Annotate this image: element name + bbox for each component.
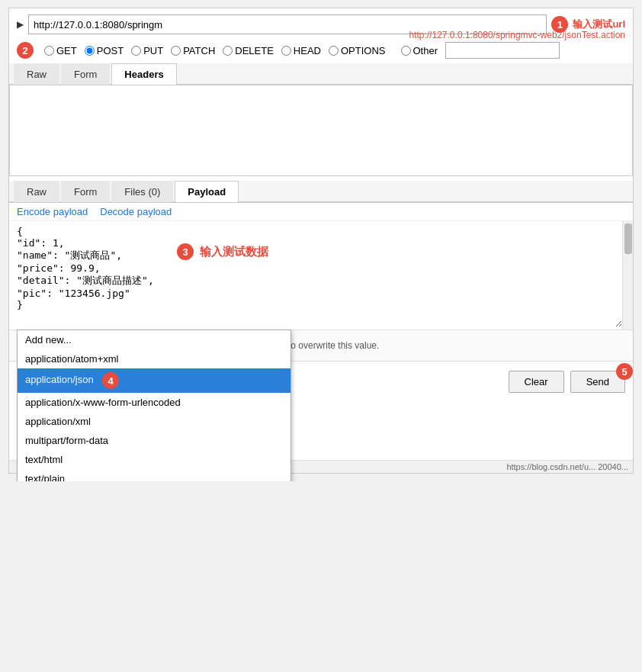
content-type-section: application/json Add new... application/… bbox=[9, 330, 633, 361]
method-row: 2 GET POST PUT PATCH DELETE HEAD OPTIONS… bbox=[9, 37, 633, 63]
method-head-label: HEAD bbox=[294, 45, 321, 56]
dropdown-add-new[interactable]: Add new... bbox=[18, 330, 291, 349]
other-method-input[interactable] bbox=[445, 42, 560, 59]
annotation-5: 5 bbox=[616, 363, 633, 380]
method-head-radio[interactable] bbox=[281, 46, 291, 56]
dropdown-html[interactable]: text/html bbox=[18, 450, 291, 469]
bottom-buttons: Clear Send 5 bbox=[509, 371, 625, 393]
url-example: http://127.0.0.1:8080/springmvc-web2/jso… bbox=[409, 30, 626, 40]
payload-scrollbar[interactable] bbox=[622, 220, 633, 330]
method-delete-label: DELETE bbox=[235, 45, 274, 56]
method-head[interactable]: HEAD bbox=[281, 45, 321, 56]
method-get-label: GET bbox=[56, 45, 77, 56]
dropdown-json[interactable]: application/json 4 bbox=[18, 368, 291, 393]
main-container: ▶ 1 输入测试url http://127.0.0.1:8080/spring… bbox=[8, 8, 634, 474]
request-tab-bar: Raw Form Headers bbox=[9, 63, 633, 85]
annotation-2: 2 bbox=[17, 42, 34, 59]
method-post-radio[interactable] bbox=[85, 46, 95, 56]
method-options-radio[interactable] bbox=[329, 46, 339, 56]
method-other[interactable]: Other bbox=[401, 45, 438, 56]
method-post-label: POST bbox=[97, 45, 124, 56]
method-put-radio[interactable] bbox=[131, 46, 141, 56]
tab-payload-form[interactable]: Form bbox=[61, 181, 110, 202]
annotation-4: 4 bbox=[102, 372, 119, 389]
method-options-label: OPTIONS bbox=[341, 45, 386, 56]
expand-arrow-icon[interactable]: ▶ bbox=[17, 19, 24, 30]
method-patch-radio[interactable] bbox=[171, 46, 181, 56]
headers-content-area[interactable] bbox=[9, 85, 633, 176]
payload-textarea[interactable]: { "id": 1, "name": "测试商品", "price": 99.9… bbox=[9, 220, 622, 327]
method-patch-label: PATCH bbox=[183, 45, 215, 56]
clear-button[interactable]: Clear bbox=[509, 371, 564, 393]
method-delete[interactable]: DELETE bbox=[223, 45, 274, 56]
method-put[interactable]: PUT bbox=[131, 45, 163, 56]
encode-payload-link[interactable]: Encode payload bbox=[17, 206, 88, 217]
dropdown-urlencoded[interactable]: application/x-www-form-urlencoded bbox=[18, 393, 291, 412]
decode-payload-link[interactable]: Decode payload bbox=[100, 206, 172, 217]
tab-headers[interactable]: Headers bbox=[111, 63, 176, 85]
payload-section: Encode payload Decode payload { "id": 1,… bbox=[9, 202, 633, 330]
url-row: ▶ 1 输入测试url http://127.0.0.1:8080/spring… bbox=[9, 8, 633, 37]
payload-tab-bar: Raw Form Files (0) Payload bbox=[9, 181, 633, 202]
tab-payload-files[interactable]: Files (0) bbox=[111, 181, 173, 202]
method-options[interactable]: OPTIONS bbox=[329, 45, 386, 56]
payload-links: Encode payload Decode payload bbox=[9, 203, 633, 220]
method-post[interactable]: POST bbox=[85, 45, 124, 56]
tab-form[interactable]: Form bbox=[61, 63, 110, 85]
method-get-radio[interactable] bbox=[44, 46, 54, 56]
method-other-label: Other bbox=[413, 45, 438, 56]
scrollbar-thumb bbox=[624, 223, 632, 254]
tab-payload-raw[interactable]: Raw bbox=[14, 181, 59, 202]
tab-payload-payload[interactable]: Payload bbox=[175, 181, 239, 202]
method-put-label: PUT bbox=[143, 45, 163, 56]
payload-body: { "id": 1, "name": "测试商品", "price": 99.9… bbox=[9, 220, 633, 330]
method-other-radio[interactable] bbox=[401, 46, 411, 56]
dropdown-multipart[interactable]: multipart/form-data bbox=[18, 431, 291, 450]
dropdown-xml[interactable]: application/xml bbox=[18, 412, 291, 431]
method-patch[interactable]: PATCH bbox=[171, 45, 215, 56]
tab-raw[interactable]: Raw bbox=[14, 63, 59, 85]
method-get[interactable]: GET bbox=[44, 45, 77, 56]
method-delete-radio[interactable] bbox=[223, 46, 233, 56]
content-type-dropdown[interactable]: Add new... application/atom+xml applicat… bbox=[17, 330, 291, 481]
dropdown-atom[interactable]: application/atom+xml bbox=[18, 349, 291, 368]
dropdown-plain[interactable]: text/plain bbox=[18, 469, 291, 481]
